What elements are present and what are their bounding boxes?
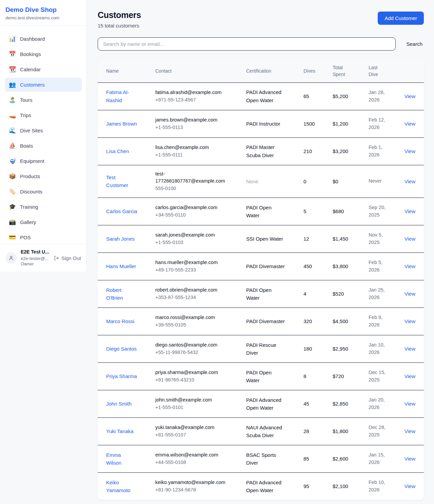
customer-name-link[interactable]: Priya Sharma [106, 372, 137, 380]
customer-view-cell: View [400, 368, 415, 384]
view-link[interactable]: View [405, 373, 415, 379]
avatar [5, 252, 17, 264]
customer-contact-cell: hans.mueller@example.com +49-170-555-223… [155, 254, 246, 279]
sidebar-item-pos[interactable]: 💳 POS [5, 230, 82, 244]
customer-view-cell: View [400, 478, 415, 494]
main-content: Customers 15 total customers Add Custome… [87, 0, 434, 500]
customer-view-cell: View [400, 313, 415, 329]
search-button[interactable]: Search [405, 41, 424, 47]
column-header-dives: Dives [303, 63, 333, 79]
nav-item-icon: 🤿 [9, 157, 16, 165]
customer-name-cell: Marco Rossi [106, 312, 155, 330]
customer-last-dive: Dec 15, 2025 [369, 369, 391, 384]
sidebar-item-bookings[interactable]: 📅 Bookings [5, 47, 82, 61]
customer-dives: 65 [303, 88, 333, 104]
view-link[interactable]: View [405, 208, 415, 214]
sidebar-item-boats[interactable]: ⛵ Boats [5, 139, 82, 153]
customer-view-cell: View [400, 423, 415, 439]
customer-certification: PADI Advanced Open Water [246, 479, 286, 494]
customer-name-cell: Priya Sharma [106, 367, 155, 385]
customer-last-dive-cell: Never [369, 172, 400, 190]
customer-certification: PADI Open Water [246, 204, 286, 220]
customer-dives: 320 [303, 313, 333, 329]
sidebar-item-trips[interactable]: 🚤 Trips [5, 108, 82, 122]
view-link[interactable]: View [405, 483, 415, 489]
sidebar-item-products[interactable]: 📦 Products [5, 169, 82, 183]
sign-out-button[interactable]: Sign Out [54, 255, 81, 261]
table-row: Test Customer test-1772681807767@example… [98, 165, 424, 198]
add-customer-button[interactable]: Add Customer [378, 12, 424, 25]
customer-name-link[interactable]: Robert O'Brien [106, 286, 137, 302]
customer-name-cell: Robert O'Brien [106, 281, 155, 307]
view-link[interactable]: View [405, 291, 415, 297]
customer-name-link[interactable]: Hans Mueller [106, 262, 136, 270]
search-input[interactable] [98, 37, 396, 51]
customer-name-cell: Test Customer [106, 168, 155, 194]
customer-view-cell: View [400, 286, 415, 302]
view-link[interactable]: View [405, 93, 415, 99]
page-header-text: Customers 15 total customers [98, 10, 141, 29]
customer-name-link[interactable]: James Brown [106, 120, 137, 128]
customer-name-link[interactable]: Test Customer [106, 173, 137, 189]
customer-phone: +39-555-0105 [155, 321, 242, 329]
customer-certification: PADI Open Water [246, 286, 286, 302]
customer-certification-cell: BSAC Sports Diver [246, 446, 303, 472]
customer-certification-cell: PADI Open Water [246, 281, 303, 307]
customer-name-link[interactable]: Diego Santos [106, 345, 137, 353]
customer-certification-cell: PADI Open Water [246, 199, 303, 225]
sidebar-item-customers[interactable]: 👥 Customers [5, 78, 82, 92]
view-link[interactable]: View [405, 346, 415, 352]
customer-name-link[interactable]: Keiko Yamamoto [106, 479, 137, 494]
customer-name-link[interactable]: Marco Rossi [106, 317, 134, 325]
nav-item-icon: 💳 [9, 234, 16, 241]
customer-name-cell: Sarah Jones [106, 230, 155, 248]
customer-email: emma.wilson@example.com [155, 451, 226, 459]
page-subtitle: 15 total customers [98, 23, 141, 29]
sidebar-item-equipment[interactable]: 🤿 Equipment [5, 154, 82, 168]
customer-total-spent: $1,200 [333, 116, 369, 132]
view-link[interactable]: View [405, 456, 415, 462]
customer-table: Name Contact Certification Dives Total S… [98, 60, 424, 500]
sidebar-item-training[interactable]: 🎓 Training [5, 200, 82, 214]
customer-total-spent: $680 [333, 203, 369, 219]
view-link[interactable]: View [405, 428, 415, 434]
customer-certification-cell: NAUI Advanced Scuba Diver [246, 418, 303, 445]
sidebar-item-discounts[interactable]: 🏷️ Discounts [5, 185, 82, 199]
customer-last-dive: Dec 28, 2025 [369, 424, 391, 439]
view-link[interactable]: View [405, 263, 415, 269]
customer-name-link[interactable]: Emma Wilson [106, 451, 137, 467]
customer-name-link[interactable]: Yuki Tanaka [106, 427, 134, 435]
sidebar-item-gallery[interactable]: 📸 Gallery [5, 215, 82, 229]
customer-name-link[interactable]: Sarah Jones [106, 235, 135, 243]
table-row: Priya Sharma priya.sharma@example.com +9… [98, 362, 424, 390]
customer-last-dive: Jan 25, 2026 [369, 286, 391, 301]
customer-last-dive: Jan 15, 2026 [369, 451, 391, 466]
customer-table-body: Fatima Al-Rashid fatima.alrashid@example… [98, 82, 424, 500]
nav-item-icon: 📊 [9, 35, 16, 42]
customer-dives: 45 [303, 396, 333, 412]
customer-dives: 28 [303, 423, 333, 439]
view-link[interactable]: View [405, 236, 415, 242]
customer-name-link[interactable]: Fatima Al-Rashid [106, 88, 137, 104]
view-link[interactable]: View [405, 318, 415, 324]
customer-certification: BSAC Sports Diver [246, 451, 286, 467]
nav-item-icon: 📅 [9, 51, 16, 58]
customer-phone: +353-87-555-1234 [155, 294, 242, 301]
nav-item-icon: 📸 [9, 219, 16, 226]
view-link[interactable]: View [405, 401, 415, 407]
user-role: Owner [21, 261, 49, 267]
view-link[interactable]: View [405, 121, 415, 127]
customer-name-link[interactable]: John Smith [106, 400, 132, 408]
view-link[interactable]: View [405, 148, 415, 154]
customer-name-link[interactable]: Carlos Garcia [106, 207, 137, 215]
customer-name-link[interactable]: Lisa Chen [106, 147, 129, 155]
customer-last-dive-cell: Jan 25, 2026 [369, 281, 400, 306]
customer-certification-cell: PADI Advanced Open Water [246, 83, 303, 109]
customer-dives: 5 [303, 203, 333, 219]
sidebar-item-dive-sites[interactable]: 🌊 Dive Sites [5, 124, 82, 137]
view-link[interactable]: View [405, 179, 415, 184]
sidebar-item-dashboard[interactable]: 📊 Dashboard [5, 32, 82, 46]
customer-view-cell: View [400, 396, 415, 412]
sidebar-item-tours[interactable]: 🏝️ Tours [5, 93, 82, 107]
sidebar-item-calendar[interactable]: 📆 Calendar [5, 62, 82, 76]
